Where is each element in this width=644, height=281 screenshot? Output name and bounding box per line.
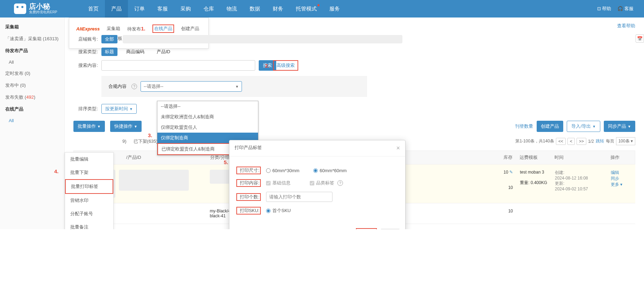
advanced-search[interactable]: 高级搜索 xyxy=(273,60,298,71)
th-stock: 库存 xyxy=(488,154,513,161)
size-opt-1[interactable]: 60mm*60mm xyxy=(313,168,346,173)
side-collect-item[interactable]: 「速卖通」采集箱 (16313) xyxy=(0,33,64,45)
main-content: 查看帮助 📅 店铺账号: 全部 搜索类型: 标题 商品编码 产品ID 搜索内容:… xyxy=(65,17,644,229)
batch-watermark[interactable]: 营销水印 xyxy=(65,194,113,207)
step-2-marker: 2. xyxy=(265,63,270,69)
nav-warehouse[interactable]: 仓库 xyxy=(197,0,220,17)
type-code[interactable]: 商品编码 xyxy=(123,48,148,56)
content-label: 打印内容: xyxy=(236,179,261,187)
publish-count-link[interactable]: 刊登数量 xyxy=(515,123,533,129)
sidebar: 采集箱 「速卖通」采集箱 (16313) 待发布产品 All 定时发布 (0) … xyxy=(0,17,65,229)
page-current: 1/2 xyxy=(588,139,594,144)
nav-order[interactable]: 订单 xyxy=(128,0,151,17)
side-online-all[interactable]: All xyxy=(0,115,64,126)
type-title[interactable]: 标题 xyxy=(101,48,117,56)
view-help-link[interactable]: 查看帮助 xyxy=(617,23,635,29)
create-label: 创建: xyxy=(555,170,611,176)
page-size-select[interactable]: 100条 ▾ xyxy=(616,137,635,145)
th-shipping: 运费模板 xyxy=(520,154,554,161)
weight-value: 0.400KG xyxy=(531,180,547,185)
content-opt-0[interactable]: 基础信息 xyxy=(266,180,291,186)
nav-hosting[interactable]: 托管模式 xyxy=(289,0,323,17)
edit-stock-icon[interactable]: ✎ xyxy=(509,170,513,175)
help-link[interactable]: ⊡ 帮助 xyxy=(597,6,611,12)
create-product-button[interactable]: 创建产品 xyxy=(537,121,563,132)
sort-label: 排序类型: xyxy=(73,106,98,112)
search-content-label: 搜索内容: xyxy=(73,62,98,69)
dd-opt-2[interactable]: 仅绑定欧盟责任人 xyxy=(157,122,258,133)
compliance-label: 合规内容 xyxy=(108,83,127,90)
nav-logistics[interactable]: 物流 xyxy=(220,0,243,17)
page-jump[interactable]: 跳转 xyxy=(596,138,604,144)
side-online-header: 在线产品 xyxy=(0,103,64,115)
size-opt-0[interactable]: 60mm*30mm xyxy=(266,168,299,173)
count-input[interactable] xyxy=(266,192,332,202)
sync-product-button[interactable]: 同步产品 ▼ xyxy=(604,121,635,132)
account-label: 店铺账号: xyxy=(73,36,98,42)
sort-button[interactable]: 按更新时间▼ xyxy=(101,104,137,114)
pagination: 第1-100条，共140条 << < >> 1/2 跳转 每页 100条 ▾ xyxy=(515,137,635,145)
sku-opt[interactable]: 首个SKU xyxy=(266,208,291,214)
logo[interactable]: 店小秘 免费跨境电商ERP xyxy=(14,3,57,15)
side-fail[interactable]: 发布失败 (492) xyxy=(0,91,64,103)
ship-template: test moban 3 xyxy=(520,170,555,175)
update-label: 更新: xyxy=(555,181,611,187)
side-publishing[interactable]: 发布中 (0) xyxy=(0,79,64,91)
step-5-marker: 5. xyxy=(224,159,228,165)
nav-finance[interactable]: 财务 xyxy=(266,0,289,17)
service-link[interactable]: 🎧 客服 xyxy=(617,6,634,12)
step-3-marker: 3. xyxy=(148,132,152,138)
count-label: 打印个数: xyxy=(236,193,261,201)
batch-subacct[interactable]: 分配子账号 xyxy=(65,207,113,220)
page-prev[interactable]: < xyxy=(567,138,575,145)
batch-menu: 批量编辑 批量下架 批量打印标签 营销水印 分配子账号 批量备注 批量删除 xyxy=(65,152,114,229)
nav-purchase[interactable]: 采购 xyxy=(174,0,197,17)
row-stock: 10 xyxy=(503,170,508,175)
weight-label: 重量: xyxy=(520,180,529,185)
type-id[interactable]: 产品ID xyxy=(153,48,174,56)
import-export-button[interactable]: 导入/导出▼ xyxy=(567,121,600,132)
batch-action-button[interactable]: 批量操作 ▼ xyxy=(73,121,105,132)
side-pending-all[interactable]: All xyxy=(0,57,64,68)
dd-opt-1[interactable]: 未绑定欧洲责任人&制造商 xyxy=(157,112,258,122)
account-blur xyxy=(123,35,402,43)
side-timed[interactable]: 定时发布 (0) xyxy=(0,68,64,79)
nav-home[interactable]: 首页 xyxy=(82,0,105,17)
help-icon[interactable]: ? xyxy=(337,180,343,186)
nav-product[interactable]: 产品 xyxy=(105,0,128,17)
account-all-tag[interactable]: 全部 xyxy=(101,35,117,43)
tab-unlisted[interactable]: 已下架(635) xyxy=(134,138,158,145)
dd-opt-0[interactable]: --请选择-- xyxy=(157,101,258,112)
calendar-icon[interactable]: 📅 xyxy=(636,34,644,43)
cancel-button[interactable]: 取消 xyxy=(380,229,400,229)
batch-unlist[interactable]: 批量下架 xyxy=(65,166,113,179)
quick-action-button[interactable]: 快捷操作 ▼ xyxy=(110,121,142,132)
compliance-panel: 合规内容 ? --请选择-- ▼ xyxy=(101,76,367,97)
batch-print-label[interactable]: 批量打印标签 xyxy=(65,179,113,194)
th-operation: 操作 xyxy=(610,154,631,161)
op-more[interactable]: 更多 ▾ xyxy=(611,182,632,188)
close-icon[interactable]: × xyxy=(396,145,400,152)
size-label: 打印尺寸: xyxy=(236,167,261,174)
nav-right: ⊡ 帮助 🎧 客服 xyxy=(597,6,644,12)
search-type-label: 搜索类型: xyxy=(73,49,98,55)
update-time: 2024-09-02 10:57 xyxy=(555,187,611,191)
nav-items: 首页 产品 订单 客服 采购 仓库 物流 数据 财务 托管模式 服务 xyxy=(82,0,346,17)
search-input[interactable] xyxy=(101,60,255,71)
content-opt-1[interactable]: 品类标签 ? xyxy=(310,180,343,186)
help-icon[interactable]: ? xyxy=(131,84,137,89)
page-per-label: 每页 xyxy=(606,138,614,144)
top-nav: 店小秘 免费跨境电商ERP 首页 产品 订单 客服 采购 仓库 物流 数据 财务… xyxy=(0,0,644,17)
nav-services[interactable]: 服务 xyxy=(323,0,346,17)
nav-data[interactable]: 数据 xyxy=(243,0,266,17)
tab-0[interactable]: 9) xyxy=(122,139,127,144)
op-sync[interactable]: 同步 xyxy=(611,176,632,182)
page-range: 第1-100条，共140条 xyxy=(515,138,554,144)
compliance-select[interactable]: --请选择-- ▼ xyxy=(141,81,242,92)
page-next[interactable]: >> xyxy=(577,138,586,145)
nav-service[interactable]: 客服 xyxy=(151,0,174,17)
batch-edit[interactable]: 批量编辑 xyxy=(65,153,113,166)
op-edit[interactable]: 编辑 xyxy=(611,170,632,176)
page-first[interactable]: << xyxy=(556,138,566,145)
batch-remark[interactable]: 批量备注 xyxy=(65,220,113,229)
